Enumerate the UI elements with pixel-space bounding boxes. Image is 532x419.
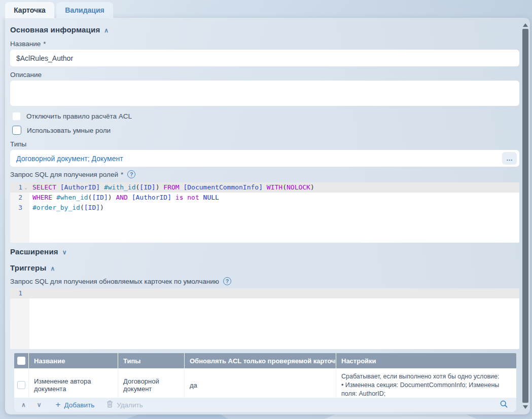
description-field-label: Описание [10, 71, 42, 79]
delete-button-label: Удалить [117, 401, 143, 409]
column-header-settings[interactable]: Настройки [336, 353, 516, 368]
fold-spacer [22, 203, 29, 213]
cell-types: Договорной документ [118, 368, 184, 402]
fold-spacer [22, 288, 29, 298]
section-main-info[interactable]: Основная информация∧ [10, 25, 109, 34]
checkbox-disable-acl[interactable]: Отключить правило расчёта ACL [12, 112, 132, 121]
types-field[interactable]: Договорной документ; Документ … [10, 150, 519, 167]
required-asterisk: * [43, 40, 46, 48]
line-number: 1 [10, 288, 22, 298]
trash-icon [107, 400, 113, 409]
name-input[interactable] [10, 50, 519, 66]
tab-card-label: Карточка [14, 6, 46, 14]
code-line[interactable]: 2WHERE #when_id([ID]) AND [AuthorID] is … [10, 193, 519, 203]
scrollbar-down-arrow[interactable] [523, 405, 528, 409]
triggers-table-header: Название Типы Обновлять ACL только прове… [14, 353, 516, 368]
collapse-chevron-icon: ∧ [50, 265, 55, 272]
code-line[interactable]: 1 [10, 288, 519, 298]
help-icon[interactable]: ? [223, 277, 231, 285]
section-main-info-title: Основная информация [10, 25, 100, 34]
table-toolbar: ∧ ∨ + Добавить Удалить [14, 398, 516, 412]
add-button[interactable]: + Добавить [56, 401, 95, 409]
checkbox-smart-roles-label: Использовать умные роли [27, 127, 111, 134]
code-text: #order_by_id([ID]) [29, 203, 104, 213]
tab-card[interactable]: Карточка [5, 2, 54, 18]
collapse-chevron-icon: ∧ [104, 27, 109, 34]
search-icon [500, 400, 508, 410]
line-number: 1 [10, 182, 22, 193]
line-number: 2 [10, 193, 22, 203]
triggers-sql-label-row: Запрос SQL для получения обновляемых кар… [10, 277, 231, 285]
types-field-value: Договорной документ; Документ [16, 155, 123, 163]
line-number: 3 [10, 203, 22, 213]
description-textarea[interactable] [10, 81, 519, 106]
section-extensions-title: Расширения [10, 247, 58, 256]
cell-name: Изменение автора документа [28, 368, 118, 402]
column-header-types[interactable]: Типы [118, 353, 184, 368]
checkbox-disable-acl-label: Отключить правило расчёта ACL [26, 112, 132, 120]
section-extensions[interactable]: Расширения∨ [10, 247, 67, 256]
roles-sql-editor[interactable]: 1⌄SELECT [AuthorID] #with_id([ID]) FROM … [10, 182, 519, 243]
add-button-label: Добавить [64, 401, 95, 409]
section-triggers[interactable]: Триггеры∧ [10, 263, 55, 272]
roles-sql-label-row: Запрос SQL для получения ролей * ? [10, 170, 135, 178]
code-text: WHERE #when_id([ID]) AND [AuthorID] is n… [29, 193, 219, 203]
ellipsis-icon: … [506, 156, 513, 161]
name-field-label: Название* [10, 40, 46, 48]
scrollbar-up-arrow[interactable] [523, 23, 528, 27]
help-icon[interactable]: ? [127, 170, 135, 178]
column-header-name[interactable]: Название [28, 353, 118, 368]
expand-chevron-icon: ∨ [62, 249, 67, 256]
code-line[interactable]: 1⌄SELECT [AuthorID] #with_id([ID]) FROM … [10, 182, 519, 193]
code-text [29, 288, 32, 298]
move-up-button[interactable]: ∧ [21, 401, 26, 408]
move-down-button[interactable]: ∨ [37, 401, 42, 408]
code-line[interactable]: 3#order_by_id([ID]) [10, 203, 519, 213]
plus-icon: + [56, 401, 61, 408]
tab-validation[interactable]: Валидация [56, 2, 113, 18]
scrollbar-thumb[interactable] [522, 29, 528, 403]
types-more-button[interactable]: … [502, 152, 517, 165]
required-asterisk: * [121, 171, 123, 178]
fold-chevron-icon[interactable]: ⌄ [22, 182, 29, 193]
tab-validation-label: Валидация [65, 6, 104, 14]
triggers-sql-label: Запрос SQL для получения обновляемых кар… [10, 278, 219, 285]
column-header-update-acl[interactable]: Обновлять ACL только проверяемой карточк… [184, 353, 336, 368]
triggers-table: Название Типы Обновлять ACL только прове… [14, 353, 516, 403]
checkbox-smart-roles[interactable]: Использовать умные роли [12, 126, 111, 135]
fold-spacer [22, 193, 29, 203]
checkbox-box[interactable] [12, 126, 21, 135]
cell-update-acl: да [184, 368, 336, 402]
section-triggers-title: Триггеры [10, 263, 46, 272]
code-text: SELECT [AuthorID] #with_id([ID]) FROM [D… [29, 182, 314, 193]
select-all-cell [14, 353, 28, 368]
card-form-panel: Основная информация∧ Название* Описание … [5, 18, 530, 414]
search-button[interactable] [500, 400, 508, 410]
row-checkbox[interactable] [17, 381, 25, 389]
select-all-checkbox[interactable] [17, 357, 25, 365]
triggers-sql-editor[interactable]: 1 [10, 288, 519, 349]
checkbox-box[interactable] [12, 112, 21, 121]
roles-sql-label: Запрос SQL для получения ролей [10, 171, 118, 178]
types-field-label: Типы [10, 140, 26, 148]
cell-settings: Срабатывает, если выполнено хотя бы одно… [336, 368, 516, 402]
delete-button[interactable]: Удалить [107, 400, 143, 409]
row-checkbox-cell [14, 368, 28, 402]
